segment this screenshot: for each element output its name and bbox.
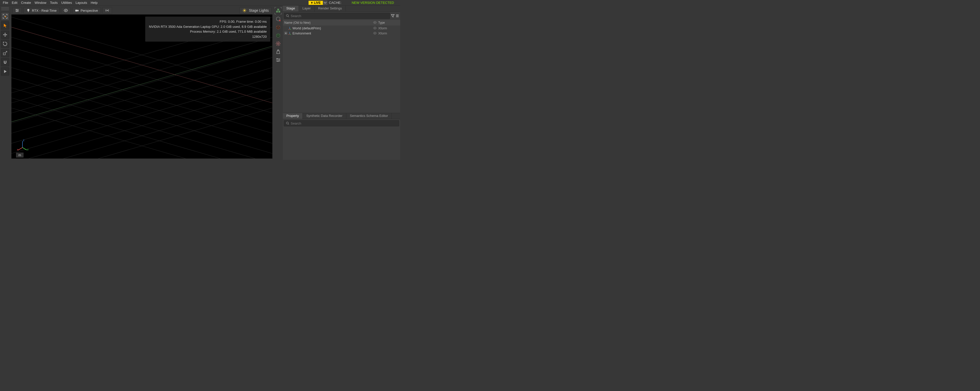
units-indicator[interactable]: m xyxy=(16,153,24,157)
svg-point-9 xyxy=(243,10,245,11)
svg-point-64 xyxy=(286,14,288,17)
svg-point-8 xyxy=(107,10,108,11)
selection-frame-icon[interactable] xyxy=(275,7,282,14)
menu-create[interactable]: Create xyxy=(19,0,33,5)
svg-point-60 xyxy=(278,50,279,51)
cube-button[interactable] xyxy=(275,24,282,31)
play-tool-button[interactable] xyxy=(1,67,9,76)
svg-point-74 xyxy=(375,33,375,33)
lightning-icon xyxy=(310,1,313,4)
menu-edit[interactable]: Edit xyxy=(10,0,19,5)
property-search[interactable] xyxy=(284,120,399,126)
settings-button[interactable] xyxy=(275,40,282,47)
sliders-button[interactable] xyxy=(275,57,282,63)
hud-gpu: NVIDIA RTX 3500 Ada Generation Laptop GP… xyxy=(149,24,267,29)
filter-icon[interactable] xyxy=(391,14,395,17)
stage-search[interactable] xyxy=(284,13,390,19)
new-version-notice[interactable]: NEW VERSION DETECTED xyxy=(352,1,394,5)
svg-line-68 xyxy=(288,29,290,30)
svg-point-62 xyxy=(279,59,280,60)
left-toolbar xyxy=(0,6,10,160)
tree-visibility-toggle[interactable] xyxy=(372,32,378,35)
svg-line-32 xyxy=(11,50,272,141)
menu-help[interactable]: Help xyxy=(89,0,99,5)
menu-window[interactable]: Window xyxy=(33,0,48,5)
svg-point-51 xyxy=(277,43,279,45)
stage-tree: World (defaultPrim) Xform + Environment xyxy=(283,25,400,113)
scale-tool-button[interactable] xyxy=(1,49,9,57)
camera-dropdown[interactable]: Perspective xyxy=(72,7,101,14)
visibility-button[interactable] xyxy=(61,7,71,14)
tab-semantics-schema-editor[interactable]: Semantics Schema Editor xyxy=(346,113,392,119)
svg-point-3 xyxy=(16,9,17,10)
select-tool-button[interactable] xyxy=(1,12,9,21)
stage-search-input[interactable] xyxy=(291,14,388,18)
tab-stage[interactable]: Stage xyxy=(283,6,299,11)
tab-render-settings[interactable]: Render Settings xyxy=(315,6,346,11)
move-tool-button[interactable] xyxy=(1,31,9,39)
axis-gizmo[interactable]: Z X Y xyxy=(16,138,29,151)
svg-line-24 xyxy=(11,70,272,159)
col-type-header[interactable]: Type xyxy=(378,21,399,24)
drag-handle[interactable] xyxy=(1,7,9,10)
property-body xyxy=(283,127,400,160)
menu-icon[interactable] xyxy=(396,14,399,17)
svg-line-14 xyxy=(243,9,244,10)
live-dropdown[interactable] xyxy=(323,0,328,5)
stage-lights-toggle[interactable]: Stage Lights xyxy=(239,7,272,14)
menu-utilities[interactable]: Utilities xyxy=(59,0,74,5)
svg-rect-2 xyxy=(3,53,5,55)
tab-property[interactable]: Property xyxy=(283,113,303,119)
tab-synthetic-data-recorder[interactable]: Synthetic Data Recorder xyxy=(303,113,346,119)
svg-line-29 xyxy=(11,30,272,121)
cube-icon xyxy=(275,24,281,30)
expand-button[interactable]: + xyxy=(284,32,287,35)
rotate-icon xyxy=(3,41,8,46)
scale-icon xyxy=(3,51,8,56)
viewport-settings-button[interactable] xyxy=(12,7,22,14)
svg-text:Y: Y xyxy=(27,149,29,151)
hud-fps: FPS: 0.00, Frame time: 0.00 ms xyxy=(149,19,267,24)
tree-visibility-toggle[interactable] xyxy=(372,26,378,30)
viewport[interactable]: FPS: 0.00, Frame time: 0.00 ms NVIDIA RT… xyxy=(11,14,272,159)
svg-line-58 xyxy=(277,45,277,45)
snap-tool-button[interactable] xyxy=(1,58,9,66)
weight-button[interactable] xyxy=(275,48,282,55)
menu-tools[interactable]: Tools xyxy=(48,0,59,5)
svg-line-76 xyxy=(288,124,289,124)
magnet-icon xyxy=(3,60,8,65)
svg-text:X: X xyxy=(17,149,18,151)
gear-icon xyxy=(275,41,281,46)
stage-columns-header[interactable]: Name (Old to New) Type xyxy=(283,20,400,25)
tree-row-world[interactable]: World (defaultPrim) Xform xyxy=(283,25,400,31)
broadcast-button[interactable] xyxy=(102,7,112,14)
circuit-button[interactable] xyxy=(275,32,282,39)
property-tabs: Property Synthetic Data Recorder Semanti… xyxy=(283,113,400,119)
live-badge[interactable]: LIVE xyxy=(309,1,323,5)
svg-line-57 xyxy=(280,45,280,45)
tree-row-environment[interactable]: + Environment Xform xyxy=(283,31,400,36)
circuit-cube-icon xyxy=(275,33,281,38)
svg-point-75 xyxy=(286,122,288,124)
lightbulb-icon xyxy=(26,8,30,13)
tab-layer[interactable]: Layer xyxy=(299,6,315,11)
remove-cube-button[interactable] xyxy=(275,16,282,22)
tree-label: World (defaultPrim) xyxy=(293,26,372,30)
svg-line-41 xyxy=(18,148,22,150)
renderer-dropdown[interactable]: RTX - Real-Time xyxy=(24,7,59,14)
svg-line-34 xyxy=(11,70,272,159)
menu-file[interactable]: File xyxy=(1,0,10,5)
svg-line-16 xyxy=(243,11,244,12)
menu-layouts[interactable]: Layouts xyxy=(74,0,89,5)
svg-line-59 xyxy=(280,42,280,43)
svg-line-42 xyxy=(22,148,27,150)
svg-rect-48 xyxy=(277,9,279,11)
property-search-input[interactable] xyxy=(291,121,397,125)
side-toolbar xyxy=(274,6,283,160)
svg-line-69 xyxy=(290,29,291,30)
cursor-tool-button[interactable] xyxy=(1,21,9,30)
rotate-tool-button[interactable] xyxy=(1,40,9,48)
tree-type: Xform xyxy=(378,26,399,30)
col-name-header[interactable]: Name (Old to New) xyxy=(284,21,372,24)
svg-line-15 xyxy=(245,11,246,12)
